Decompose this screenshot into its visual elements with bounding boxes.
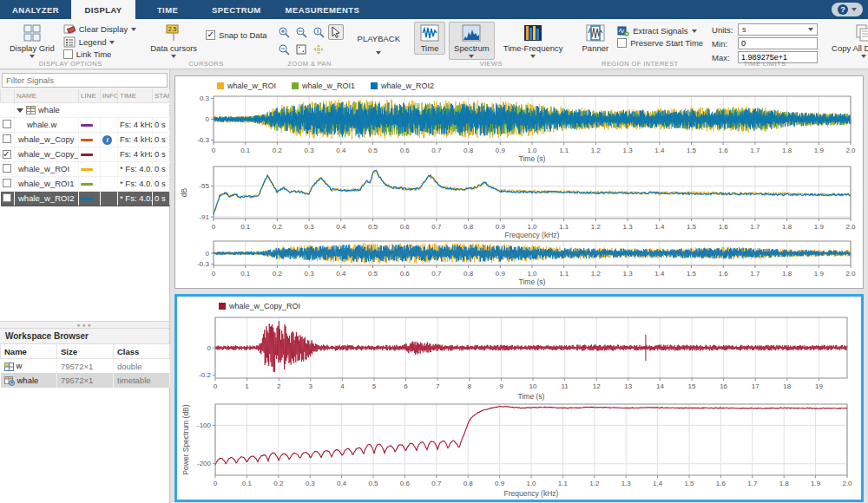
signal-name: whale_w_Copy <box>15 132 79 147</box>
filter-signals-input[interactable] <box>2 73 168 88</box>
link-time-checkbox[interactable]: Link Time <box>63 49 137 59</box>
tab-spectrum[interactable]: SPECTRUM <box>200 0 273 19</box>
display-1-time-plot[interactable]: 00.10.20.30.40.50.60.70.80.91.01.11.21.3… <box>179 94 859 163</box>
pan-icon[interactable] <box>311 42 326 57</box>
display-1[interactable]: whale_w_ROIwhale_w_ROI1whale_w_ROI2 00.1… <box>174 75 864 289</box>
time-frequency-view-button[interactable]: Time-Frequency <box>498 22 569 60</box>
line-style-swatch[interactable] <box>81 154 93 156</box>
signal-row[interactable]: whale_w_Copy_...Fs: 4 kHz0 s <box>1 147 170 161</box>
signal-table: NAMELINEINFOTIMESTART whalewhale.wFs: 4 … <box>0 89 170 206</box>
display-2-time-plot[interactable]: 0123456789101112131415161718190-0.2Time … <box>181 314 858 401</box>
signal-column-header[interactable]: START <box>153 89 170 102</box>
svg-text:1.2: 1.2 <box>591 270 602 278</box>
signal-group-name: whale <box>38 105 60 114</box>
display-2-selected[interactable]: whale_w_Copy_ROI 01234567891011121314151… <box>174 294 864 502</box>
pointer-tool-icon[interactable] <box>328 24 344 40</box>
signal-column-header[interactable]: NAME <box>15 89 79 102</box>
playback-button[interactable]: PLAYBACK <box>352 22 405 56</box>
preserve-start-time-checkbox-box[interactable] <box>617 38 627 48</box>
line-style-swatch[interactable] <box>81 183 93 186</box>
display-2-spectrum-plot[interactable]: 00.10.20.30.40.50.60.70.80.91.01.11.21.3… <box>181 401 858 498</box>
data-cursors-button[interactable]: 2.5 Data cursors <box>145 22 202 60</box>
line-style-swatch[interactable] <box>81 198 93 200</box>
signal-group-row[interactable]: whale <box>1 102 170 117</box>
link-time-checkbox-box[interactable] <box>63 49 73 59</box>
signal-column-header[interactable]: TIME <box>118 89 153 102</box>
collapse-caret-icon[interactable] <box>16 108 23 113</box>
zoom-in-icon[interactable] <box>276 24 292 40</box>
preserve-start-time-checkbox[interactable]: Preserve Start Time <box>617 38 703 48</box>
tab-display[interactable]: DISPLAY <box>71 0 135 19</box>
line-style-swatch[interactable] <box>81 124 93 127</box>
signal-row[interactable]: whale_w_ROI* Fs: 4.0...0 s <box>1 161 170 176</box>
display-1-spectrum-plot[interactable]: 00.10.20.30.40.50.60.70.80.91.01.11.21.3… <box>179 163 859 239</box>
workspace-column-header[interactable]: Name <box>1 344 57 358</box>
legend-item[interactable]: whale_w_ROI1 <box>292 82 355 90</box>
signal-time: Fs: 4 kHz <box>118 147 153 161</box>
tab-analyzer[interactable]: ANALYZER <box>0 0 71 19</box>
svg-text:1.8: 1.8 <box>782 270 792 278</box>
legend-button[interactable]: Legend <box>63 36 137 48</box>
workspace-column-header[interactable]: Class <box>114 344 170 358</box>
plot-signal-checkbox[interactable] <box>3 179 11 187</box>
svg-text:1.6: 1.6 <box>719 147 729 154</box>
plot-signal-checkbox[interactable] <box>3 164 11 173</box>
min-time-input[interactable] <box>738 37 818 49</box>
zoom-out-icon[interactable] <box>276 42 292 57</box>
workspace-row[interactable]: whale79572×1timetable <box>1 373 170 388</box>
svg-text:1.8: 1.8 <box>779 480 790 487</box>
workspace-browser-title: Workspace Browser <box>0 329 169 344</box>
copy-all-displays-button[interactable]: Copy All Displays <box>826 22 868 60</box>
panel-splitter[interactable]: ●●● <box>0 321 169 329</box>
svg-text:0: 0 <box>214 480 218 487</box>
time-view-button[interactable]: Time <box>414 22 445 55</box>
workspace-column-header[interactable]: Size <box>57 344 114 358</box>
snap-to-data-checkbox-box[interactable] <box>206 30 215 40</box>
signal-column-header[interactable]: INFO <box>101 89 118 102</box>
signal-row[interactable]: whale_w_ROI2* Fs: 4.0...0 s <box>1 191 170 206</box>
signal-column-header[interactable] <box>1 89 15 102</box>
copy-icon <box>853 23 868 42</box>
plot-signal-checkbox[interactable] <box>3 134 11 143</box>
plot-signal-checkbox[interactable] <box>3 193 11 202</box>
tab-measurements[interactable]: MEASUREMENTS <box>273 0 372 19</box>
tab-time[interactable]: TIME <box>135 0 200 19</box>
legend-item[interactable]: whale_w_ROI <box>217 82 276 90</box>
extract-signals-button[interactable]: Extract Signals <box>617 25 703 36</box>
units-select[interactable]: s <box>738 23 818 36</box>
zoom-y-icon[interactable] <box>311 24 326 40</box>
clear-display-button[interactable]: Clear Display <box>63 23 137 35</box>
signal-analyzer-app: ANALYZERDISPLAYTIMESPECTRUMMEASUREMENTS … <box>0 0 868 503</box>
snap-to-data-checkbox[interactable]: Snap to Data <box>206 30 266 40</box>
info-icon[interactable]: i <box>102 135 112 145</box>
spectrum-view-button[interactable]: Spectrum <box>449 22 495 60</box>
plot-signal-checkbox[interactable] <box>3 150 11 159</box>
svg-text:1.1: 1.1 <box>559 223 569 231</box>
legend-item[interactable]: whale_w_Copy_ROI <box>219 302 300 310</box>
plot-signal-checkbox[interactable] <box>3 120 11 128</box>
signal-row[interactable]: whale.wFs: 4 kHz0 s <box>1 117 170 132</box>
svg-text:1.3: 1.3 <box>623 223 634 231</box>
signal-row[interactable]: whale_w_ROI1* Fs: 4.0...0 s <box>1 176 170 191</box>
panner-button[interactable]: Panner <box>577 22 615 55</box>
svg-text:0.5: 0.5 <box>368 147 378 154</box>
fit-to-view-icon[interactable] <box>293 42 309 57</box>
line-style-swatch[interactable] <box>81 168 93 171</box>
svg-text:1.2: 1.2 <box>589 480 600 487</box>
line-style-swatch[interactable] <box>81 139 93 141</box>
chevron-down-icon <box>171 55 176 58</box>
svg-text:0.5: 0.5 <box>368 480 378 487</box>
signal-row[interactable]: whale_w_CopyiFs: 4 kHz0 s <box>1 132 170 147</box>
display-1-panner[interactable]: 00.10.20.30.40.50.60.70.80.91.01.11.21.3… <box>179 239 859 286</box>
zoom-x-icon[interactable] <box>293 24 309 40</box>
workspace-row[interactable]: w79572×1double <box>1 358 170 373</box>
legend-swatch <box>371 82 378 89</box>
signal-time: * Fs: 4.0... <box>118 191 153 206</box>
svg-text:0.8: 0.8 <box>464 270 474 278</box>
legend-icon <box>63 36 76 48</box>
svg-text:dB: dB <box>180 187 188 197</box>
legend-item[interactable]: whale_w_ROI2 <box>371 82 434 90</box>
signal-column-header[interactable]: LINE <box>79 89 101 102</box>
help-button[interactable]: ? <box>832 3 863 16</box>
display-grid-button[interactable]: Display Grid <box>4 22 60 60</box>
